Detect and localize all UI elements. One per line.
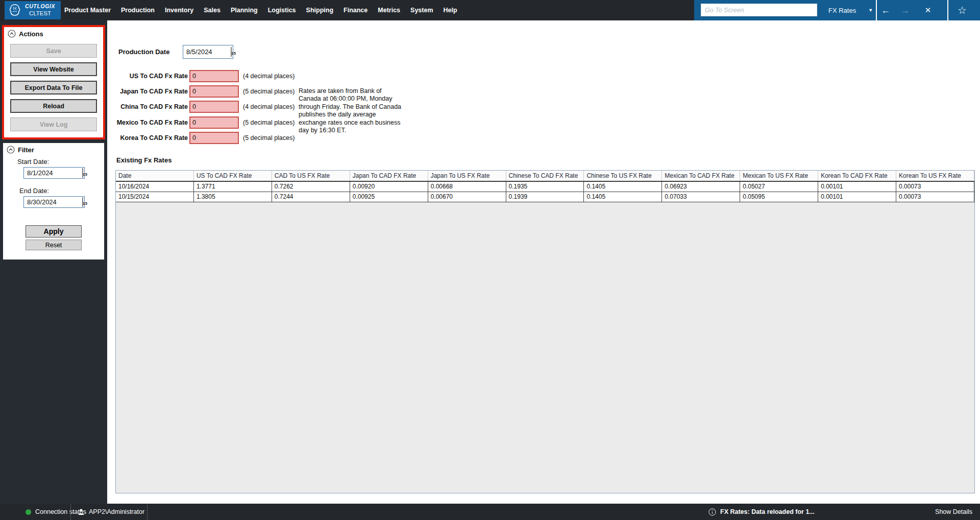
- fx-rate-row: US To CAD Fx Rate(4 decimal places): [107, 70, 295, 82]
- view-log-button[interactable]: View Log: [10, 117, 97, 131]
- menu-item-sales[interactable]: Sales: [204, 7, 220, 14]
- menu-item-system[interactable]: System: [410, 7, 433, 14]
- save-button[interactable]: Save: [10, 44, 97, 58]
- view-website-button[interactable]: View Website: [10, 62, 97, 76]
- rates-info-note: Rates are taken from Bank ofCanada at 06…: [299, 87, 415, 134]
- china-to-cad-fx-rate-input[interactable]: [189, 101, 239, 113]
- menu-item-inventory[interactable]: Inventory: [165, 7, 193, 14]
- decimal-places-hint: (5 decimal places): [243, 85, 295, 98]
- us-to-cad-fx-rate-input[interactable]: [189, 70, 239, 82]
- goto-screen-input[interactable]: [701, 4, 817, 16]
- column-header-us-to-cad-fx-rate[interactable]: US To CAD FX Rate: [194, 171, 272, 181]
- decimal-places-hint: (5 decimal places): [243, 132, 295, 144]
- favorite-star-button[interactable]: ☆: [952, 0, 972, 20]
- collapse-chevron-icon[interactable]: [8, 30, 16, 38]
- column-header-cad-to-us-fx-rate[interactable]: CAD To US FX Rate: [272, 171, 350, 181]
- table-cell: 0.00670: [428, 192, 506, 202]
- reload-button[interactable]: Reload: [10, 99, 97, 113]
- topbar-tools: FX Rates ▼ ← → ✕ ☆: [694, 0, 980, 20]
- status-bar: Connection status APP2\Administrator FX …: [0, 504, 980, 520]
- status-message-area: FX Rates: Data reloaded for 1...: [708, 504, 815, 520]
- table-cell: 10/16/2024: [116, 182, 194, 192]
- screen-selector-value: FX Rates: [828, 7, 856, 14]
- calendar-picker-icon[interactable]: 15: [231, 48, 232, 57]
- filter-panel-title: Filter: [18, 146, 34, 154]
- menu-item-help[interactable]: Help: [444, 7, 457, 14]
- screen-selector-dropdown[interactable]: FX Rates ▼: [828, 0, 874, 20]
- fx-rate-row: Mexico To CAD Fx Rate(5 decimal places): [107, 116, 295, 129]
- filter-panel: Filter Start Date: 15 End Date: 15 Apply…: [3, 143, 105, 260]
- show-details-link[interactable]: Show Details: [935, 504, 972, 520]
- table-cell: 0.00073: [896, 182, 974, 192]
- menu-item-production[interactable]: Production: [121, 7, 155, 14]
- menu-item-planning[interactable]: Planning: [231, 7, 258, 14]
- table-cell: 0.05027: [740, 182, 818, 192]
- menu-item-finance[interactable]: Finance: [344, 7, 368, 14]
- user-name: APP2\Administrator: [89, 508, 144, 515]
- close-screen-button[interactable]: ✕: [918, 0, 938, 20]
- production-date-input[interactable]: [183, 45, 224, 58]
- table-cell: 0.00925: [350, 192, 428, 202]
- column-header-mexican-to-cad-fx-rate[interactable]: Mexican To CAD FX Rate: [662, 171, 740, 181]
- table-cell: 0.05095: [740, 192, 818, 202]
- apply-button[interactable]: Apply: [26, 225, 82, 238]
- chevron-down-icon: ▼: [868, 8, 873, 13]
- column-header-japan-to-cad-fx-rate[interactable]: Japan To CAD FX Rate: [350, 171, 428, 181]
- note-line: Rates are taken from Bank of: [299, 87, 415, 95]
- column-header-mexican-to-us-fx-rate[interactable]: Mexican To US FX Rate: [740, 171, 818, 181]
- end-date-input[interactable]: [24, 197, 65, 207]
- connection-status-icon: [26, 509, 31, 515]
- actions-panel-title: Actions: [19, 30, 43, 38]
- table-row[interactable]: 10/16/20241.37710.72620.009200.006680.19…: [116, 182, 974, 192]
- note-line: day by 16:30 ET.: [299, 127, 415, 134]
- existing-fx-rates-grid: DateUS To CAD FX RateCAD To US FX RateJa…: [115, 170, 975, 493]
- table-cell: 0.7244: [272, 192, 350, 202]
- app-logo: CUTLOGIX CLTEST: [5, 1, 61, 19]
- korea-to-cad-fx-rate-label: Korea To CAD Fx Rate: [107, 132, 188, 144]
- brand-name: CUTLOGIX: [25, 3, 55, 10]
- actions-panel-header: Actions: [8, 30, 43, 38]
- reset-button[interactable]: Reset: [26, 240, 82, 250]
- statusbar-divider: [147, 504, 148, 520]
- menu-item-shipping[interactable]: Shipping: [306, 7, 333, 14]
- menu-item-product-master[interactable]: Product Master: [64, 7, 111, 14]
- mexico-to-cad-fx-rate-input[interactable]: [189, 116, 239, 129]
- column-header-chinese-to-cad-fx-rate[interactable]: Chinese To CAD FX Rate: [506, 171, 584, 181]
- korea-to-cad-fx-rate-input[interactable]: [189, 132, 239, 144]
- column-header-japan-to-us-fx-rate[interactable]: Japan To US FX Rate: [428, 171, 506, 181]
- menu-item-metrics[interactable]: Metrics: [378, 7, 400, 14]
- grid-header-row: DateUS To CAD FX RateCAD To US FX RateJa…: [116, 171, 974, 182]
- start-date-field: 15: [23, 167, 85, 179]
- table-cell: 0.00073: [896, 192, 974, 202]
- start-date-input[interactable]: [24, 168, 65, 178]
- main-content: Production Date 15 US To CAD Fx Rate(4 d…: [107, 20, 980, 504]
- column-header-chinese-to-us-fx-rate[interactable]: Chinese To US FX Rate: [584, 171, 662, 181]
- menu-item-logistics[interactable]: Logistics: [268, 7, 296, 14]
- forward-button[interactable]: →: [895, 0, 915, 20]
- column-header-korean-to-cad-fx-rate[interactable]: Korean To CAD FX Rate: [818, 171, 896, 181]
- collapse-chevron-icon[interactable]: [7, 146, 15, 154]
- table-cell: 0.1935: [506, 182, 584, 192]
- japan-to-cad-fx-rate-input[interactable]: [189, 85, 239, 98]
- table-cell: 0.00920: [350, 182, 428, 192]
- user-icon: [78, 508, 85, 515]
- table-cell: 0.1405: [584, 182, 662, 192]
- existing-fx-rates-title: Existing Fx Rates: [116, 156, 172, 164]
- calendar-picker-icon[interactable]: 15: [82, 169, 83, 178]
- export-data-to-file-button[interactable]: Export Data To File: [10, 81, 97, 94]
- cutlogix-brain-icon: [7, 3, 22, 18]
- table-cell: 0.07033: [662, 192, 740, 202]
- note-line: Canada at 06:00:00 PM, Monday: [299, 95, 415, 103]
- back-button[interactable]: ←: [875, 0, 896, 20]
- column-header-date[interactable]: Date: [116, 171, 194, 181]
- table-cell: 0.06923: [662, 182, 740, 192]
- calendar-picker-icon[interactable]: 15: [82, 198, 83, 207]
- table-cell: 0.1939: [506, 192, 584, 202]
- actions-panel: Actions SaveView WebsiteExport Data To F…: [2, 25, 105, 139]
- fx-rate-row: Japan To CAD Fx Rate(5 decimal places): [107, 85, 295, 98]
- note-line: exchange rates once each business: [299, 119, 415, 127]
- column-header-korean-to-us-fx-rate[interactable]: Korean To US FX Rate: [896, 171, 974, 181]
- production-date-label: Production Date: [118, 45, 169, 59]
- end-date-label: End Date:: [19, 187, 49, 195]
- table-row[interactable]: 10/15/20241.38050.72440.009250.006700.19…: [116, 192, 974, 202]
